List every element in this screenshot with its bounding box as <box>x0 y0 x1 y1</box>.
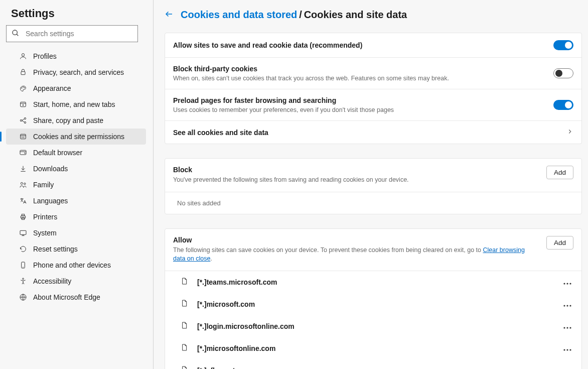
sidebar-item-label: Profiles <box>33 52 57 60</box>
svg-point-31 <box>23 278 24 280</box>
more-actions-button[interactable] <box>561 276 573 288</box>
sidebar-item-languages[interactable]: Languages <box>6 193 146 209</box>
printers-icon <box>19 213 27 221</box>
file-icon <box>180 365 188 369</box>
search-input[interactable] <box>26 30 132 38</box>
sidebar-item-label: Accessibility <box>33 277 71 285</box>
sidebar-item-reset[interactable]: Reset settings <box>6 241 146 257</box>
search-box[interactable] <box>6 25 138 42</box>
svg-point-15 <box>22 137 22 138</box>
cookie-settings-card: Allow sites to save and read cookie data… <box>165 33 582 144</box>
block-third-desc: When on, sites can't use cookies that tr… <box>173 75 553 82</box>
block-empty-text: No sites added <box>165 192 581 214</box>
allow-section-header: Allow The following sites can save cooki… <box>165 229 581 271</box>
sidebar-item-label: Start, home, and new tabs <box>33 100 115 108</box>
about-icon <box>19 293 27 301</box>
sidebar-item-downloads[interactable]: Downloads <box>6 161 146 177</box>
sidebar-item-cookies[interactable]: Cookies and site permissions <box>6 129 146 145</box>
svg-point-9 <box>23 104 24 105</box>
sidebar-item-label: Phone and other devices <box>33 261 111 269</box>
allow-site-row: [*.]sfbassets.com <box>165 359 581 370</box>
block-third-toggle[interactable] <box>553 68 573 78</box>
allow-add-button[interactable]: Add <box>546 236 573 250</box>
allow-site-name: [*.]sfbassets.com <box>197 366 561 370</box>
sidebar-item-start[interactable]: Start, home, and new tabs <box>6 96 146 112</box>
sidebar-item-label: System <box>33 229 57 237</box>
privacy-icon <box>19 68 27 76</box>
svg-point-6 <box>24 87 25 88</box>
sidebar-item-label: Family <box>33 181 54 189</box>
svg-point-41 <box>566 327 568 328</box>
svg-line-1 <box>17 34 18 36</box>
sidebar-item-phone[interactable]: Phone and other devices <box>6 257 146 273</box>
block-section-title: Block <box>173 166 409 174</box>
allow-save-row: Allow sites to save and read cookie data… <box>165 33 581 58</box>
svg-rect-23 <box>21 216 25 218</box>
allow-site-name: [*.]login.microsoftonline.com <box>197 322 561 330</box>
block-section-header: Block You've prevented the following sit… <box>165 159 581 192</box>
sidebar-item-accessibility[interactable]: Accessibility <box>6 273 146 289</box>
sidebar-item-about[interactable]: About Microsoft Edge <box>6 289 146 305</box>
svg-point-11 <box>24 117 26 119</box>
see-all-cookies-label: See all cookies and site data <box>173 129 566 137</box>
svg-rect-24 <box>22 214 24 216</box>
allow-site-name: [*.]microsoftonline.com <box>197 344 561 352</box>
default-browser-icon <box>19 149 27 157</box>
svg-point-40 <box>563 327 565 328</box>
svg-point-42 <box>569 327 571 328</box>
allow-section-desc: The following sites can save cookies on … <box>173 246 534 264</box>
svg-point-35 <box>566 283 568 284</box>
settings-title: Settings <box>0 7 153 25</box>
sidebar-item-label: About Microsoft Edge <box>33 293 100 301</box>
more-actions-button[interactable] <box>561 342 573 354</box>
svg-rect-25 <box>22 217 24 219</box>
sidebar-item-appearance[interactable]: Appearance <box>6 80 146 96</box>
sidebar-item-default-browser[interactable]: Default browser <box>6 145 146 161</box>
svg-point-5 <box>23 87 23 87</box>
sidebar-item-printers[interactable]: Printers <box>6 209 146 225</box>
reset-icon <box>19 245 27 253</box>
block-add-button[interactable]: Add <box>546 166 573 179</box>
more-actions-button[interactable] <box>561 364 573 370</box>
accessibility-icon <box>19 277 27 285</box>
share-icon <box>19 116 27 125</box>
allow-save-toggle[interactable] <box>553 40 573 50</box>
svg-point-37 <box>563 305 565 306</box>
allow-site-name: [*.]teams.microsoft.com <box>197 278 561 286</box>
see-all-cookies-row[interactable]: See all cookies and site data <box>165 121 581 144</box>
preload-toggle[interactable] <box>553 100 573 110</box>
start-icon <box>19 100 27 108</box>
block-third-row: Block third-party cookies When on, sites… <box>165 58 581 89</box>
sidebar-item-label: Languages <box>33 197 68 205</box>
svg-point-38 <box>566 305 568 306</box>
sidebar-item-label: Downloads <box>33 165 68 173</box>
sidebar-item-label: Reset settings <box>33 245 78 253</box>
svg-point-21 <box>21 182 23 184</box>
breadcrumb: Cookies and data stored / Cookies and si… <box>165 9 582 21</box>
sidebar-item-label: Appearance <box>33 84 71 92</box>
breadcrumb-current: Cookies and site data <box>304 9 407 20</box>
breadcrumb-separator: / <box>299 9 302 20</box>
svg-point-0 <box>13 30 17 35</box>
cookies-icon <box>19 133 27 141</box>
sidebar-item-family[interactable]: Family <box>6 177 146 193</box>
sidebar-item-label: Cookies and site permissions <box>33 133 124 141</box>
svg-point-45 <box>569 349 571 350</box>
file-icon <box>180 299 188 309</box>
svg-point-39 <box>569 305 571 306</box>
sidebar-item-share[interactable]: Share, copy and paste <box>6 112 146 129</box>
file-icon <box>180 321 188 331</box>
sidebar-item-system[interactable]: System <box>6 225 146 241</box>
sidebar-item-profiles[interactable]: Profiles <box>6 48 146 64</box>
breadcrumb-parent-link[interactable]: Cookies and data stored <box>181 9 297 20</box>
sidebar-item-privacy[interactable]: Privacy, search, and services <box>6 64 146 80</box>
allow-section-title: Allow <box>173 236 534 244</box>
more-actions-button[interactable] <box>561 320 573 332</box>
back-arrow-icon[interactable] <box>165 10 174 20</box>
allow-site-name: [*.]microsoft.com <box>197 300 561 308</box>
sidebar-item-label: Printers <box>33 213 57 221</box>
block-section-card: Block You've prevented the following sit… <box>165 158 582 214</box>
main-content: Cookies and data stored / Cookies and si… <box>154 0 588 369</box>
block-third-title: Block third-party cookies <box>173 65 553 73</box>
more-actions-button[interactable] <box>561 298 573 310</box>
